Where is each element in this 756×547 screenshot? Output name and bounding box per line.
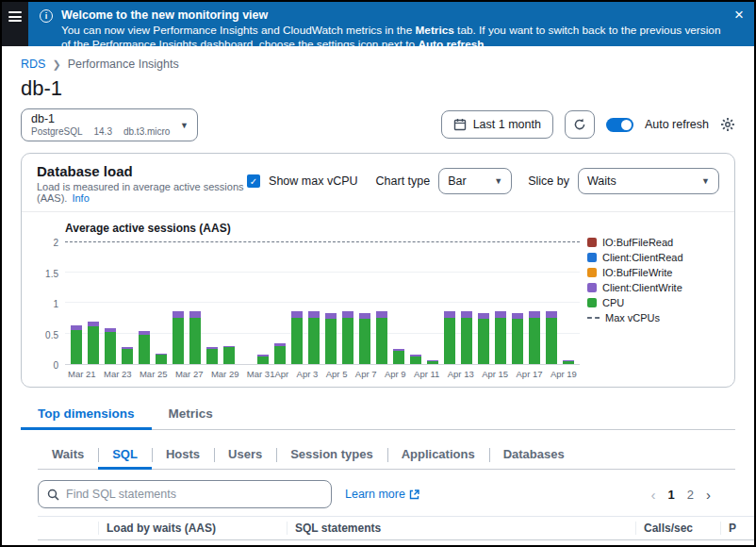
chart-bar[interactable] — [546, 311, 557, 364]
instance-name: db-1 — [31, 112, 173, 125]
breadcrumb-item-rds[interactable]: RDS — [21, 58, 45, 71]
instance-version: 14.3 — [93, 126, 111, 137]
legend-label: IO:BufFileWrite — [602, 267, 672, 278]
card-subtitle: Load is measured in average active sessi… — [37, 181, 247, 204]
chart-bar[interactable] — [410, 355, 421, 364]
legend-item-io-buffileread[interactable]: IO:BufFileRead — [587, 237, 721, 248]
table-row[interactable]: +0.23SELECT * FROM sales AS s1 JOIN sale… — [38, 540, 754, 545]
breadcrumb-separator: ❯ — [52, 58, 60, 71]
chart-bar[interactable] — [223, 346, 235, 364]
y-tick-label: 2 — [53, 238, 58, 248]
legend-swatch — [587, 268, 597, 277]
tab-top-dimensions[interactable]: Top dimensions — [21, 401, 152, 429]
subtab-databases[interactable]: Databases — [489, 441, 579, 469]
bar-segment-cpu — [376, 318, 387, 364]
x-tick-label — [203, 369, 210, 379]
legend-item-client-clientread[interactable]: Client:ClientRead — [587, 252, 721, 263]
lower-section: WaitsSQLHostsUsersSession typesApplicati… — [38, 441, 735, 545]
learn-more-label: Learn more — [345, 488, 405, 501]
learn-more-link[interactable]: Learn more — [345, 488, 419, 501]
chart-bar[interactable] — [495, 311, 506, 364]
page-number-1[interactable]: 1 — [668, 488, 675, 502]
legend-item-cpu[interactable]: CPU — [587, 297, 721, 308]
x-tick-label: Apr 17 — [517, 369, 543, 379]
subtab-sql[interactable]: SQL — [98, 441, 152, 469]
info-link[interactable]: Info — [72, 192, 89, 204]
chart-bar[interactable] — [529, 311, 540, 364]
time-range-button[interactable]: Last 1 month — [441, 110, 553, 139]
chart-bar[interactable] — [88, 322, 99, 364]
instance-engine: PostgreSQL — [31, 126, 82, 137]
show-max-vcpu-checkbox[interactable]: ✓ — [247, 174, 260, 188]
chart-bar[interactable] — [206, 347, 218, 364]
subtab-applications[interactable]: Applications — [387, 441, 489, 469]
page-number-2[interactable]: 2 — [687, 488, 694, 502]
chart-bar[interactable] — [122, 347, 133, 364]
bar-segment-cpu — [291, 318, 303, 364]
gear-icon — [720, 117, 735, 132]
settings-button[interactable] — [720, 117, 735, 132]
header-sql-statements[interactable]: SQL statements — [287, 522, 635, 535]
chart-bar[interactable] — [105, 328, 116, 364]
subtab-users[interactable]: Users — [214, 441, 276, 469]
page-prev-icon[interactable]: ‹ — [651, 487, 656, 503]
search-input[interactable] — [66, 488, 322, 501]
tab-metrics[interactable]: Metrics — [152, 401, 230, 429]
banner-bold-text: Metrics — [416, 24, 454, 37]
chart-bar[interactable] — [173, 311, 184, 364]
chart-bar[interactable] — [274, 343, 286, 364]
chart-bar[interactable] — [156, 354, 167, 364]
subtab-session-types[interactable]: Session types — [276, 441, 386, 469]
legend-swatch — [587, 317, 600, 319]
bar-segment-cpu — [325, 319, 337, 364]
pagination: ‹ 12 › — [651, 487, 735, 503]
chart-bar[interactable] — [139, 331, 150, 364]
bar-slot — [373, 242, 390, 364]
close-icon[interactable]: × — [734, 7, 744, 23]
chart-type-select[interactable]: Bar ▼ — [438, 168, 512, 194]
chart-bar[interactable] — [291, 311, 303, 364]
subtab-hosts[interactable]: Hosts — [152, 441, 214, 469]
chart-bar[interactable] — [342, 311, 353, 364]
legend-item-io-buffilewrite[interactable]: IO:BufFileWrite — [587, 267, 721, 278]
bar-slot — [204, 242, 221, 364]
header-calls-per-sec[interactable]: Calls/sec — [635, 522, 720, 535]
bar-slot — [424, 242, 441, 364]
x-tick-label: Apr 19 — [551, 369, 577, 379]
x-tick-label: Mar 29 — [211, 369, 239, 379]
chart-bar[interactable] — [325, 313, 337, 364]
chart-bar[interactable] — [257, 355, 269, 364]
chart-bar[interactable] — [359, 313, 370, 364]
chart-bar[interactable] — [376, 311, 387, 364]
chart-bar[interactable] — [478, 313, 489, 364]
x-tick-label — [347, 369, 354, 379]
chart-bar[interactable] — [427, 360, 438, 364]
legend-swatch — [587, 283, 597, 292]
chart-bar[interactable] — [563, 360, 574, 364]
bar-segment-cpu — [206, 349, 218, 364]
chart-bar[interactable] — [393, 349, 404, 364]
chart-bar[interactable] — [444, 311, 455, 364]
chart-legend: IO:BufFileReadClient:ClientReadIO:BufFil… — [580, 222, 721, 379]
chart-bar[interactable] — [461, 311, 472, 364]
bar-segment-cpu — [105, 332, 116, 364]
legend-item-max-vcpus[interactable]: Max vCPUs — [587, 312, 721, 323]
header-load-by-waits[interactable]: Load by waits (AAS) — [98, 522, 287, 535]
refresh-button[interactable] — [565, 110, 595, 139]
bar-segment-cpu — [512, 319, 523, 364]
bar-slot — [305, 242, 322, 364]
legend-item-client-clientwrite[interactable]: Client:ClientWrite — [587, 282, 721, 293]
chart-bar[interactable] — [71, 325, 82, 364]
chart-bar[interactable] — [512, 313, 523, 364]
y-tick-label: 0 — [53, 360, 58, 371]
subtab-waits[interactable]: Waits — [38, 441, 98, 469]
top-bar: i Welcome to the new monitoring view You… — [2, 2, 754, 46]
auto-refresh-toggle[interactable] — [606, 118, 633, 132]
chart-bar[interactable] — [308, 311, 320, 364]
header-clipped[interactable]: P — [720, 522, 754, 535]
hamburger-menu-icon[interactable] — [8, 11, 22, 22]
chart-bar[interactable] — [189, 311, 201, 364]
page-next-icon[interactable]: › — [706, 487, 711, 503]
slice-by-select[interactable]: Waits ▼ — [578, 168, 719, 194]
instance-selector[interactable]: db-1 PostgreSQL 14.3 db.t3.micro ▼ — [21, 108, 198, 141]
